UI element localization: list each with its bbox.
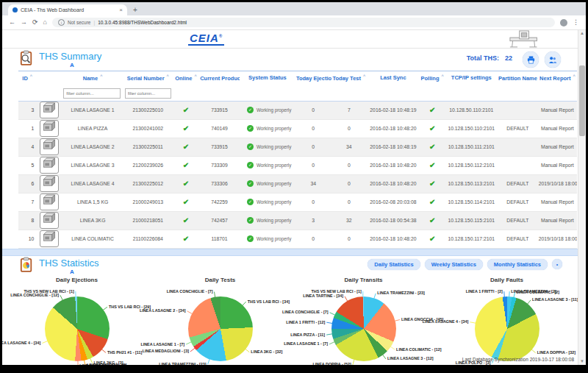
- cell-name: LINEA LASAGNE 1: [62, 101, 123, 119]
- col-header-product[interactable]: Current Product: [199, 71, 240, 84]
- cell-online: ✔: [173, 119, 199, 138]
- col-header-lastsync[interactable]: Last Sync: [367, 71, 419, 84]
- ths-statistics-icon: [20, 257, 33, 275]
- cell-tcpip: 10.128.150.117:2101: [445, 230, 498, 248]
- ths-machine-icon: [42, 121, 57, 133]
- monthly-statistics-button[interactable]: Monthly Statistics: [487, 259, 548, 270]
- table-row[interactable]: 3 LINEA LASAGNE 121300225010✔733915✓Work…: [18, 101, 577, 119]
- scroll-up-icon[interactable]: ▲: [578, 30, 586, 37]
- col-header-polling[interactable]: Polling: [420, 71, 445, 84]
- online-check-icon: ✔: [183, 180, 189, 188]
- pie-slice-label: LINEA LASAGNE 2 - [34]: [140, 308, 186, 313]
- stats-options-button[interactable]: •: [552, 259, 562, 269]
- summary-sort-indicator[interactable]: A: [70, 62, 74, 68]
- col-header-tcpip[interactable]: TCP/IP settings: [445, 71, 498, 84]
- cell-tcpip: 10.128.150.112:2101: [445, 156, 498, 174]
- cell-online: ✔: [173, 174, 199, 193]
- cell-nextreport: 2019/10/18 18:00: [538, 174, 577, 193]
- cell-status: ✓Working properly: [240, 193, 295, 211]
- url-field[interactable]: i Not secure | 10.3.0.45:8988/THSWebDash…: [52, 18, 555, 27]
- cell-nextreport: Manual Report: [538, 119, 577, 138]
- pie-slice-label: LINEA MEDAGLIONI - [3]: [79, 363, 126, 365]
- summary-title: THS Summary: [39, 51, 101, 62]
- cell-id: 3: [18, 101, 36, 119]
- cell-serial: 21300225011: [123, 138, 173, 156]
- online-check-icon: ✔: [183, 235, 189, 243]
- cell-nextreport: Manual Report: [538, 193, 577, 211]
- cell-serial: 21300241002: [123, 119, 173, 138]
- tab-close-icon[interactable]: ×: [119, 7, 123, 13]
- cell-lastsync: 2016-02-18 10:48:20: [367, 174, 419, 193]
- menu-dots-icon[interactable]: ⋮: [573, 19, 579, 26]
- ths-machine-icon: [42, 231, 57, 244]
- col-header-serial[interactable]: Serial Number: [123, 71, 173, 84]
- pie-slice-label: LINEA PIZZA - [11]: [290, 333, 325, 337]
- cell-id: 6: [18, 174, 36, 193]
- pie-slice-label: LINEA LASAGNE 4 - [34]: [423, 319, 469, 324]
- table-row[interactable]: 7 LINEA 1,5 KG21000249013✔742259✓Working…: [18, 193, 577, 211]
- scrollbar-thumb[interactable]: [579, 65, 585, 136]
- table-row[interactable]: 8 LINEA 3KG21000218051✔742457✓Working pr…: [18, 211, 577, 230]
- cell-nextreport: Manual Report: [538, 211, 577, 230]
- chart-title: Daily Tests: [148, 277, 292, 286]
- page-scrollbar[interactable]: ▲ ▼: [578, 30, 586, 365]
- pie-slice-label: LINEA LASAGNE 1 - [7]: [284, 341, 328, 346]
- print-button[interactable]: [523, 51, 539, 68]
- cell-machine-icon: [36, 119, 62, 138]
- cell-product: 740149: [199, 119, 240, 138]
- col-header-partition[interactable]: Partition Name: [498, 71, 538, 84]
- cell-partition: DEFAULT: [498, 119, 538, 138]
- col-header-ejection[interactable]: Today Ejection: [295, 71, 331, 84]
- users-button[interactable]: [545, 51, 561, 68]
- cell-machine-icon: [36, 156, 62, 174]
- name-filter-input[interactable]: [63, 88, 121, 99]
- online-check-icon: ✔: [183, 198, 189, 206]
- profile-avatar[interactable]: [560, 19, 567, 26]
- cell-tcpip: 10.128.150.110:2101: [445, 119, 498, 138]
- table-row[interactable]: 4 LINEA LASAGNE 221300225011✔733915✓Work…: [18, 138, 577, 156]
- home-icon[interactable]: ⌂: [43, 19, 47, 26]
- polling-check-icon: ✔: [429, 216, 435, 224]
- security-label: Not secure: [68, 20, 90, 25]
- col-header-id[interactable]: ID: [18, 71, 36, 84]
- polling-check-icon: ✔: [429, 180, 435, 188]
- cell-nextreport: Manual Report: [538, 138, 577, 156]
- col-header-nextreport[interactable]: Next Report: [538, 71, 577, 84]
- cell-partition: DEFAULT: [498, 174, 538, 193]
- cell-online: ✔: [173, 193, 199, 211]
- cell-machine-icon: [36, 101, 62, 119]
- table-row[interactable]: 5 LINEA LASAGNE 321200239026✔733309✓Work…: [18, 156, 577, 174]
- not-secure-icon[interactable]: i: [58, 19, 65, 26]
- col-header-status[interactable]: System Status: [240, 71, 295, 84]
- cell-polling: ✔: [420, 138, 445, 156]
- serial-filter-input[interactable]: [125, 88, 171, 99]
- cell-test: 34: [331, 138, 368, 156]
- forward-icon[interactable]: →: [21, 19, 27, 26]
- pie-slice-label: LINEA MEDAGLIONI - [3]: [143, 349, 189, 353]
- chart-title: Daily Ejections: [5, 277, 148, 286]
- table-row[interactable]: 1 LINEA PIZZA21300241002✔740149✓Working …: [18, 119, 577, 138]
- cell-tcpip: 10.128.150.113:2101: [445, 174, 498, 193]
- ths-machine-icon: [42, 176, 57, 188]
- cell-test: 0: [331, 156, 368, 174]
- new-tab-button[interactable]: +: [133, 6, 137, 14]
- scroll-down-icon[interactable]: ▼: [578, 358, 586, 365]
- table-row[interactable]: 10 LINEA COLIMATIC21100226084✔118701✓Wor…: [18, 230, 577, 248]
- col-header-online[interactable]: Online: [173, 71, 199, 84]
- cell-polling: ✔: [420, 156, 445, 174]
- cell-machine-icon: [36, 174, 62, 193]
- table-row[interactable]: 6 LINEA LASAGNE 421300225012✔733306✓Work…: [18, 174, 577, 193]
- col-header-test[interactable]: Today Test: [331, 71, 368, 84]
- reload-icon[interactable]: ⟳: [32, 19, 38, 26]
- cell-partition: DEFAULT: [498, 193, 538, 211]
- cell-lastsync: 2016-02-18 10:48:19: [367, 138, 419, 156]
- cell-online: ✔: [173, 138, 199, 156]
- col-header-name[interactable]: Name: [62, 71, 123, 84]
- statistics-sort-indicator[interactable]: A: [70, 269, 74, 275]
- browser-tab[interactable]: CEIA - Ths Web Dashboard ×: [8, 4, 127, 15]
- weekly-statistics-button[interactable]: Weekly Statistics: [425, 259, 483, 270]
- cell-machine-icon: [36, 211, 62, 230]
- pie-slice-label: LINEA CONCHIGLIE - [12]: [10, 293, 59, 297]
- daily-statistics-button[interactable]: Daily Statistics: [368, 259, 420, 270]
- back-icon[interactable]: ←: [9, 19, 15, 26]
